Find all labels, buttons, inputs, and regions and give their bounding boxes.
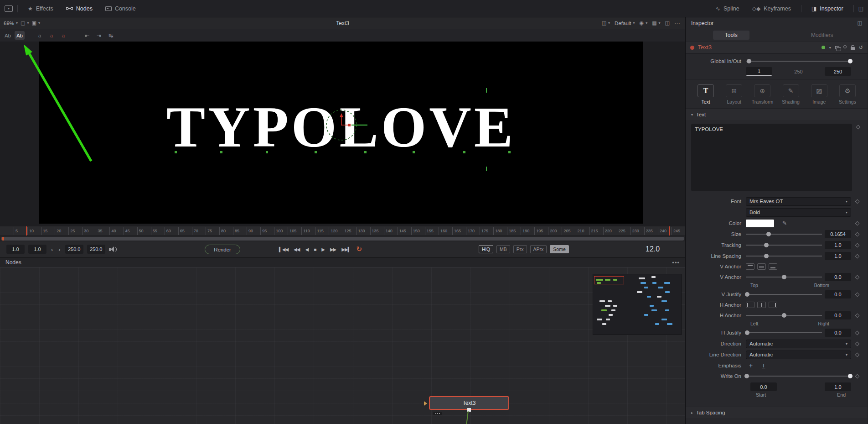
global-out-thumb[interactable] bbox=[848, 59, 852, 63]
split-view-button[interactable]: ◫ ▾ bbox=[602, 20, 610, 26]
global-mid-field[interactable]: 250 bbox=[785, 67, 812, 76]
char-style-2-button[interactable]: a bbox=[46, 31, 57, 40]
range-in-field[interactable]: 250.0 bbox=[65, 245, 83, 254]
v-anchor-middle-button[interactable] bbox=[757, 263, 766, 270]
tab-shading[interactable]: ✎ Shading bbox=[778, 84, 804, 105]
size-field[interactable]: 0.1654 bbox=[825, 230, 851, 238]
render-button[interactable]: Render bbox=[205, 245, 240, 254]
go-to-end-button[interactable]: ▶▶▍ bbox=[341, 247, 351, 252]
stop-button[interactable]: ■ bbox=[314, 247, 316, 252]
range-decrement-button[interactable]: ‹ bbox=[50, 246, 54, 253]
h-anchor-field[interactable]: 0.0 bbox=[825, 311, 851, 319]
current-frame-field[interactable]: 1.0 bbox=[6, 245, 25, 254]
keyframe-diamond-icon[interactable] bbox=[856, 125, 860, 130]
tab-layout[interactable]: ⊞ Layout bbox=[721, 84, 747, 105]
line-spacing-slider[interactable] bbox=[746, 253, 822, 259]
chevron-down-icon[interactable]: ▾ bbox=[829, 46, 831, 50]
tab-stop-button[interactable]: ↹ bbox=[106, 31, 116, 40]
v-justify-slider[interactable] bbox=[746, 291, 822, 298]
v-justify-slider-thumb[interactable] bbox=[745, 292, 749, 297]
playhead[interactable] bbox=[26, 226, 27, 236]
pin-icon[interactable] bbox=[843, 45, 847, 48]
global-in-field[interactable]: 1 bbox=[746, 67, 772, 76]
keyframe-diamond-icon[interactable] bbox=[855, 341, 859, 346]
version-dot-icon[interactable] bbox=[822, 46, 825, 49]
proxy-toggle[interactable]: Prx bbox=[513, 245, 527, 253]
write-on-end-field[interactable]: 1.0 bbox=[825, 382, 851, 391]
char-style-1-button[interactable]: a bbox=[35, 31, 45, 40]
lut-select[interactable]: Default ▾ bbox=[615, 21, 635, 26]
underline-button[interactable]: T bbox=[759, 362, 769, 370]
nodes-button[interactable]: Nodes bbox=[61, 4, 98, 14]
nodes-minimap[interactable] bbox=[593, 274, 682, 335]
selective-update-toggle[interactable]: Some bbox=[550, 245, 568, 253]
font-select[interactable]: Mrs Eaves OT bbox=[746, 197, 851, 206]
write-on-end-thumb[interactable] bbox=[848, 374, 852, 378]
keyframe-diamond-icon[interactable] bbox=[855, 232, 859, 236]
tracking-slider[interactable] bbox=[746, 242, 822, 248]
h-justify-slider[interactable] bbox=[746, 330, 822, 336]
viewer-viewport[interactable]: TYPOLOVE bbox=[0, 42, 685, 226]
keyframe-diamond-icon[interactable] bbox=[855, 352, 859, 357]
node-view-toggles[interactable] bbox=[433, 412, 442, 415]
keyframe-diamond-icon[interactable] bbox=[855, 243, 859, 247]
versions-icon[interactable] bbox=[835, 46, 839, 49]
keyframe-diamond-icon[interactable] bbox=[855, 221, 859, 225]
styled-text-input[interactable]: TYPOLOVE bbox=[691, 124, 852, 191]
go-to-start-button[interactable]: ▍◀◀ bbox=[279, 247, 288, 252]
keyframe-diamond-icon[interactable] bbox=[855, 199, 859, 204]
text-mode-b-button[interactable]: Ab bbox=[15, 31, 25, 40]
text-section-header[interactable]: ▾ Text bbox=[686, 109, 868, 120]
timeline-scrollbar[interactable] bbox=[1, 237, 684, 241]
loop-button[interactable]: ↻ bbox=[356, 245, 362, 253]
global-in-thumb[interactable] bbox=[747, 59, 751, 63]
tab-settings[interactable]: ⚙ Settings bbox=[835, 84, 860, 105]
keyframe-diamond-icon[interactable] bbox=[855, 254, 859, 258]
indent-left-button[interactable]: ⇤ bbox=[82, 31, 92, 40]
font-style-select[interactable]: Bold bbox=[746, 208, 851, 217]
v-justify-field[interactable]: 0.0 bbox=[825, 290, 851, 298]
tracking-slider-thumb[interactable] bbox=[764, 243, 769, 247]
viewer-menu-button[interactable]: ⋯ bbox=[674, 20, 681, 26]
guides-button[interactable]: ▦ ▾ bbox=[652, 20, 660, 26]
tab-modifiers[interactable]: Modifiers bbox=[777, 29, 868, 41]
play-button[interactable]: ▶ bbox=[321, 247, 325, 252]
v-anchor-field[interactable]: 0.0 bbox=[825, 273, 851, 281]
auto-proxy-toggle[interactable]: APrx bbox=[530, 245, 547, 253]
v-anchor-bottom-button[interactable] bbox=[769, 263, 777, 270]
nodes-menu-button[interactable]: ••• bbox=[672, 259, 680, 266]
direction-select[interactable]: Automatic bbox=[746, 340, 851, 348]
effects-button[interactable]: ★ Effects bbox=[22, 4, 59, 14]
range-end-marker[interactable] bbox=[669, 226, 670, 236]
line-direction-select[interactable]: Automatic bbox=[746, 351, 851, 359]
fast-forward-button[interactable]: ▶▶ bbox=[330, 247, 336, 252]
write-on-slider[interactable] bbox=[746, 373, 851, 379]
tab-image[interactable]: ▨ Image bbox=[806, 84, 832, 105]
inspector-collapse-icon[interactable]: ◫ bbox=[858, 20, 862, 26]
global-inout-slider[interactable] bbox=[746, 58, 851, 64]
hiq-toggle[interactable]: HiQ bbox=[479, 245, 493, 253]
node-connection-wire[interactable] bbox=[465, 411, 469, 424]
range-increment-button[interactable]: › bbox=[57, 246, 61, 253]
keyframe-diamond-icon[interactable] bbox=[855, 330, 859, 335]
h-justify-field[interactable]: 0.0 bbox=[825, 329, 851, 337]
keyframes-button[interactable]: ◇◆ Keyframes bbox=[747, 4, 796, 14]
v-anchor-slider[interactable] bbox=[746, 274, 822, 280]
app-switcher-icon[interactable]: ▾ bbox=[5, 5, 13, 12]
keyframe-diamond-icon[interactable] bbox=[855, 275, 859, 279]
tab-tools[interactable]: Tools bbox=[686, 29, 777, 41]
reset-icon[interactable]: ↺ bbox=[859, 45, 863, 50]
tab-transform[interactable]: ⊕ Transform bbox=[749, 84, 775, 105]
step-size-field[interactable]: 1.0 bbox=[28, 245, 46, 254]
tab-spacing-section-header[interactable]: ▸ Tab Spacing bbox=[686, 407, 868, 418]
line-spacing-slider-thumb[interactable] bbox=[764, 254, 769, 258]
play-reverse-button[interactable]: ◀ bbox=[305, 247, 308, 252]
write-on-start-thumb[interactable] bbox=[744, 374, 749, 378]
v-anchor-top-button[interactable] bbox=[746, 263, 754, 270]
strikethrough-button[interactable]: T bbox=[746, 362, 756, 370]
char-style-3-button[interactable]: a bbox=[58, 31, 68, 40]
h-anchor-slider[interactable] bbox=[746, 312, 822, 319]
node-enable-led[interactable] bbox=[690, 46, 694, 50]
inspector-button[interactable]: ◨ Inspector bbox=[806, 4, 849, 14]
global-out-field[interactable]: 250 bbox=[825, 67, 851, 76]
